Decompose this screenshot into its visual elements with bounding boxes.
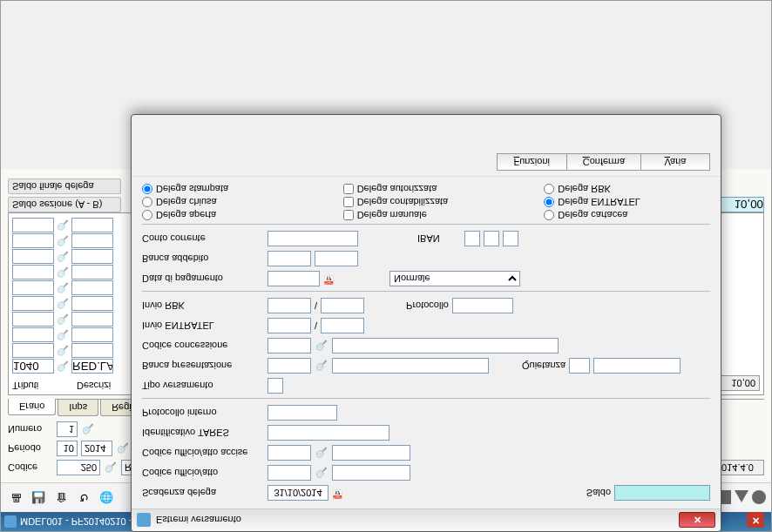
check-manuale[interactable]: Delega manuale — [343, 210, 510, 220]
shape-circle-icon[interactable] — [752, 491, 766, 505]
check-autor[interactable]: Delega autorizzata — [343, 184, 510, 194]
grid-cell[interactable] — [12, 327, 54, 342]
banca-input2[interactable] — [332, 358, 489, 374]
print-icon[interactable]: 🖶 — [6, 488, 25, 508]
dialog-close-icon[interactable]: ✕ — [679, 513, 715, 529]
ufficio-input[interactable] — [267, 465, 311, 481]
grid-cell[interactable] — [71, 312, 113, 327]
grid-cell[interactable] — [71, 280, 113, 295]
dialog-estremi: Estremi versamento ✕ Scadenza delega 📅 S… — [131, 114, 721, 532]
grid-cell[interactable] — [12, 296, 54, 311]
calendar-icon[interactable]: 📅 — [323, 273, 335, 285]
grid-search-icon[interactable]: 🔍 — [56, 234, 70, 248]
grid-search-icon[interactable]: 🔍 — [56, 250, 70, 264]
tab-inps[interactable]: Inps — [58, 400, 98, 416]
addebito-input2[interactable] — [315, 251, 358, 266]
grid-cell[interactable] — [71, 296, 113, 311]
grid-cell[interactable] — [71, 218, 113, 232]
radio-rbk[interactable]: Delega RBK — [544, 184, 710, 194]
grid-cell[interactable] — [12, 280, 54, 295]
grid-cell[interactable] — [71, 249, 113, 264]
radio-stampata[interactable]: Delega stampata — [142, 184, 308, 194]
rbk-input1[interactable] — [267, 298, 311, 313]
grid-search-icon[interactable]: 🔍 — [56, 297, 70, 311]
radio-chiusa[interactable]: Delega chiusa — [142, 197, 308, 207]
grid-cell[interactable] — [12, 312, 54, 327]
shape-arrow-icon[interactable] — [735, 491, 748, 505]
datapag-input[interactable] — [267, 271, 320, 286]
grid-search-icon[interactable]: 🔍 — [56, 344, 70, 358]
grid-cell[interactable] — [12, 343, 54, 358]
radio-cartacea[interactable]: Delega cartacea — [544, 210, 710, 220]
accise-input[interactable] — [267, 445, 311, 461]
search-icon[interactable]: 🔍 — [315, 466, 328, 480]
grid-cell[interactable] — [71, 265, 113, 279]
grid-cell[interactable] — [12, 233, 54, 248]
banca-input[interactable] — [267, 358, 311, 374]
codice-input[interactable] — [57, 460, 100, 475]
accise-label: Codice ufficio/atto accise — [142, 448, 264, 458]
conferma-button[interactable]: Conferma — [566, 153, 640, 171]
iban-input3[interactable] — [503, 231, 518, 246]
search-icon[interactable]: 🔍 — [315, 339, 328, 353]
search-icon[interactable]: 🔍 — [315, 359, 328, 373]
quietanza-input1[interactable] — [569, 358, 590, 374]
calendar-icon[interactable]: 📅 — [332, 487, 344, 499]
radio-entratel[interactable]: Delega ENTRATEL — [544, 197, 710, 207]
numero-input[interactable] — [57, 421, 78, 437]
grid-cell[interactable] — [12, 249, 54, 264]
protint-input[interactable] — [267, 405, 337, 421]
addebito-input1[interactable] — [267, 251, 311, 266]
grid-search-icon[interactable]: 🔍 — [56, 266, 70, 279]
tab-erario[interactable]: Erario — [8, 399, 56, 415]
grid-cell[interactable] — [12, 218, 54, 232]
grid-tributo-input[interactable] — [12, 359, 54, 374]
entratel-input1[interactable] — [267, 318, 311, 333]
rbk-input2[interactable] — [321, 298, 364, 313]
protocollo-input[interactable] — [452, 298, 513, 313]
ufficio-input2[interactable] — [332, 465, 410, 481]
periodo-year-input[interactable] — [81, 441, 112, 456]
grid-search-icon[interactable]: 🔍 — [56, 328, 70, 342]
numero-search-icon[interactable]: 🔍 — [81, 422, 95, 436]
grid-header-descr: Descrizi — [77, 375, 111, 391]
varia-button[interactable]: Varia — [640, 153, 710, 171]
codice-search-icon[interactable]: 🔍 — [104, 461, 118, 475]
grid-search-icon[interactable]: 🔍 — [56, 313, 70, 327]
entratel-input2[interactable] — [321, 318, 364, 333]
outer-close-icon[interactable]: ✕ — [747, 512, 764, 528]
grid-cell[interactable] — [71, 343, 113, 358]
save-icon[interactable]: 💾 — [29, 488, 48, 508]
grid-descr-input[interactable] — [71, 359, 113, 374]
funzioni-button[interactable]: Funzioni — [497, 153, 566, 171]
saldo-sezione-label: Saldo sezione (A - B) — [8, 197, 121, 212]
iban-input2[interactable] — [484, 231, 499, 246]
search-icon[interactable]: 🔍 — [315, 446, 328, 460]
grid-search-icon[interactable]: 🔍 — [56, 360, 70, 374]
radio-aperta[interactable]: Delega aperta — [142, 210, 308, 220]
concess-input2[interactable] — [332, 338, 559, 354]
grid-search-icon[interactable]: 🔍 — [56, 219, 70, 232]
accise-input2[interactable] — [332, 445, 410, 461]
quietanza-input2[interactable] — [593, 358, 681, 374]
grid-cell[interactable] — [71, 233, 113, 248]
app-icon — [4, 515, 17, 528]
grid-search-icon[interactable]: 🔍 — [56, 281, 70, 295]
concess-input[interactable] — [267, 338, 311, 354]
globe-icon[interactable]: 🌐 — [97, 488, 116, 508]
periodo-month-input[interactable] — [57, 441, 78, 456]
delete-icon[interactable]: 🗑 — [51, 488, 71, 508]
scadenza-input[interactable] — [267, 485, 328, 501]
tipo-select[interactable]: Normale — [389, 271, 520, 286]
iban-input1[interactable] — [464, 231, 480, 246]
grid-cell[interactable] — [71, 327, 113, 342]
periodo-search-icon[interactable]: 🔍 — [116, 441, 130, 455]
refresh-icon[interactable]: ↻ — [74, 488, 93, 508]
tipov-input[interactable] — [267, 378, 283, 394]
grid-header-tributi: Tributi — [12, 375, 54, 391]
cc-input[interactable] — [267, 231, 358, 246]
quietanza-label: Quietanza — [522, 360, 565, 371]
grid-cell[interactable] — [12, 265, 54, 279]
check-contab[interactable]: Delega contabilizzata — [343, 197, 510, 207]
tares-input[interactable] — [267, 425, 389, 441]
